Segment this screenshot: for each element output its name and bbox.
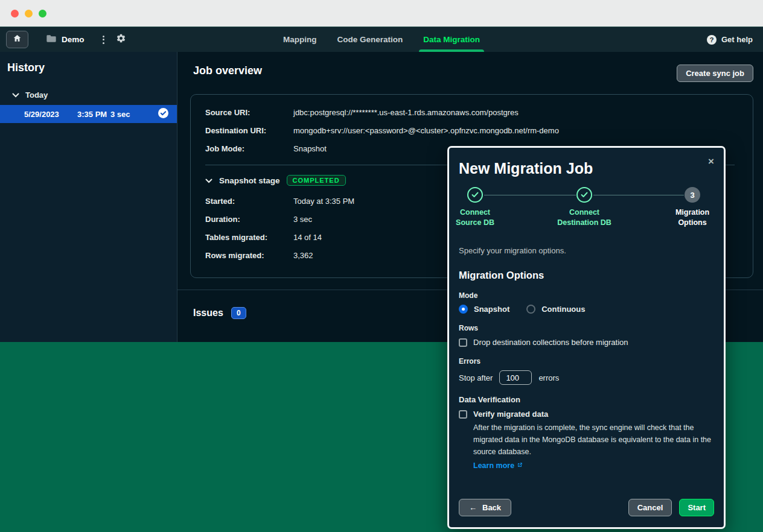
tab-mapping[interactable]: Mapping	[282, 27, 318, 52]
snapshot-stage-toggle[interactable]: Snapshot stage	[205, 175, 280, 186]
checkbox-icon	[459, 338, 467, 347]
errors-group-label: Errors	[459, 357, 714, 366]
errors-count-input[interactable]	[499, 370, 532, 385]
project-name: Demo	[62, 35, 85, 44]
rows-group-label: Rows	[459, 324, 714, 332]
back-arrow-icon: ←	[469, 503, 477, 512]
gear-icon	[116, 33, 126, 46]
modal-title: New Migration Job	[459, 160, 714, 177]
mode-group-label: Mode	[459, 291, 714, 300]
history-run-row[interactable]: 5/29/2023 3:35 PM 3 sec	[0, 105, 177, 123]
field-value: Snapshot	[293, 144, 327, 153]
create-sync-job-button[interactable]: Create sync job	[677, 65, 753, 82]
checkbox-icon	[459, 410, 467, 419]
step-3-label[interactable]: Migration Options	[675, 207, 709, 228]
issues-count-badge: 0	[231, 307, 246, 319]
field-label: Job Mode:	[205, 144, 293, 153]
step-1-label[interactable]: Connect Source DB	[456, 207, 494, 228]
run-date: 5/29/2023	[24, 110, 77, 119]
modal-footer: ← Back Cancel Start	[459, 499, 714, 516]
issues-section: Issues 0	[193, 307, 246, 319]
app-screen: Demo Mapping Code Generation Data Migrat…	[0, 0, 763, 532]
tab-data-migration[interactable]: Data Migration	[422, 27, 481, 52]
step-1-circle[interactable]	[467, 187, 483, 203]
field-label: Source URI:	[205, 108, 293, 117]
chevron-down-icon	[205, 175, 212, 186]
field-value: Today at 3:35 PM	[293, 197, 354, 206]
radio-continuous[interactable]: Continuous	[526, 305, 585, 314]
learn-more-link[interactable]: Learn more	[473, 461, 716, 470]
stepper-track	[484, 195, 576, 195]
field-value: jdbc:postgresql://********.us-east-1.rds…	[293, 108, 519, 117]
status-badge: COMPLETED	[287, 175, 346, 186]
field-label: Duration:	[205, 215, 293, 224]
mode-radio-group: Snapshot Continuous	[459, 305, 714, 314]
check-icon	[471, 189, 479, 200]
back-button[interactable]: ← Back	[459, 499, 511, 516]
external-link-icon	[517, 461, 523, 470]
radio-snapshot[interactable]: Snapshot	[459, 305, 509, 314]
field-value: 3,362	[293, 251, 313, 260]
run-duration: 3 sec	[110, 110, 158, 119]
window-minimize-button[interactable]	[25, 10, 33, 17]
history-title: History	[7, 62, 177, 74]
radio-selected-icon	[459, 305, 468, 314]
data-verification-group-label: Data Verification	[459, 395, 714, 404]
field-row-destination-uri: Destination URI: mongodb+srv://user:<pas…	[205, 121, 735, 139]
step-3-circle[interactable]: 3	[685, 187, 700, 203]
step-2-circle[interactable]	[576, 187, 592, 203]
window-title-bar	[0, 0, 763, 27]
home-icon	[13, 34, 22, 45]
verify-description: After the migration is complete, the syn…	[473, 422, 716, 458]
radio-unselected-icon	[526, 305, 535, 314]
stop-after-label: Stop after	[459, 373, 493, 382]
field-label: Started:	[205, 197, 293, 206]
project-breadcrumb[interactable]: Demo	[46, 34, 85, 45]
migration-options-heading: Migration Options	[459, 270, 714, 281]
app-header: Demo Mapping Code Generation Data Migrat…	[0, 27, 763, 52]
stepper-track	[593, 195, 684, 195]
verify-checkbox-label: Verify migrated data	[473, 410, 716, 419]
page-title: Job overview	[193, 65, 262, 77]
issues-title: Issues	[193, 308, 223, 318]
errors-suffix-label: errors	[538, 373, 559, 382]
window-zoom-button[interactable]	[39, 10, 46, 17]
wizard-stepper: 3 Connect Source DB Connect Destination …	[459, 181, 714, 232]
start-button[interactable]: Start	[679, 499, 714, 516]
cancel-button[interactable]: Cancel	[628, 499, 672, 516]
help-question-icon: ?	[707, 35, 717, 45]
close-icon[interactable]: ×	[708, 156, 714, 166]
folder-icon	[46, 34, 56, 45]
field-row-source-uri: Source URI: jdbc:postgresql://********.u…	[205, 103, 735, 121]
field-value: 14 of 14	[293, 233, 322, 242]
field-label: Destination URI:	[205, 126, 293, 135]
history-sidebar: History Today 5/29/2023 3:35 PM 3 sec	[0, 52, 177, 342]
run-time: 3:35 PM	[77, 110, 110, 119]
field-value: mongodb+srv://user:<password>@<cluster>.…	[293, 126, 559, 135]
settings-button[interactable]	[116, 33, 126, 46]
get-help-button[interactable]: ? Get help	[707, 27, 753, 52]
verify-migrated-data-checkbox[interactable]: Verify migrated data After the migration…	[459, 410, 714, 470]
kebab-menu-icon[interactable]	[100, 33, 107, 46]
snapshot-stage-label: Snapshot stage	[219, 176, 280, 185]
field-label: Tables migrated:	[205, 233, 293, 242]
run-completed-check-icon	[158, 108, 168, 120]
field-label: Rows migrated:	[205, 251, 293, 260]
drop-collections-checkbox[interactable]: Drop destination collections before migr…	[459, 338, 714, 347]
field-value: 3 sec	[293, 215, 312, 224]
history-group-label: Today	[25, 90, 48, 100]
check-icon	[581, 189, 588, 200]
new-migration-job-modal: × New Migration Job 3 Connect Source DB	[447, 146, 726, 529]
window-close-button[interactable]	[11, 10, 19, 17]
modal-subtitle: Specify your migration options.	[459, 246, 714, 255]
history-group-today[interactable]: Today	[12, 90, 177, 100]
step-2-label[interactable]: Connect Destination DB	[557, 207, 611, 228]
main-tabs: Mapping Code Generation Data Migration	[282, 27, 481, 52]
get-help-label: Get help	[721, 35, 753, 44]
home-button[interactable]	[6, 31, 28, 48]
stop-after-errors-row: Stop after errors	[459, 370, 714, 385]
chevron-down-icon	[12, 90, 19, 100]
tab-code-generation[interactable]: Code Generation	[336, 27, 404, 52]
